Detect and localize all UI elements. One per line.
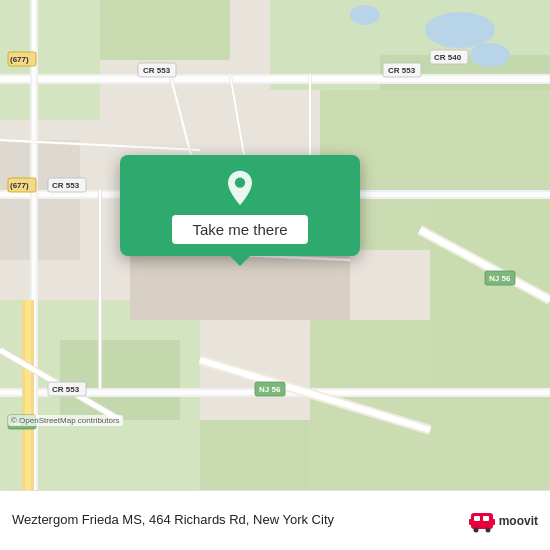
- svg-text:NJ 56: NJ 56: [489, 274, 511, 283]
- osm-attribution: © OpenStreetMap contributors: [8, 415, 123, 426]
- svg-rect-14: [430, 200, 550, 400]
- svg-point-6: [425, 12, 495, 48]
- svg-rect-70: [483, 516, 489, 521]
- svg-text:CR 540: CR 540: [434, 53, 462, 62]
- bottom-bar: Weztergom Frieda MS, 464 Richards Rd, Ne…: [0, 490, 550, 550]
- address-label: Weztergom Frieda MS, 464 Richards Rd, Ne…: [12, 512, 469, 529]
- svg-rect-73: [469, 519, 472, 525]
- svg-text:CR 553: CR 553: [143, 66, 171, 75]
- svg-text:CR 553: CR 553: [52, 385, 80, 394]
- svg-rect-2: [100, 0, 230, 60]
- moovit-logo: M moovit: [469, 507, 538, 535]
- svg-point-8: [350, 5, 380, 25]
- svg-point-67: [235, 178, 245, 188]
- svg-rect-32: [25, 300, 31, 490]
- svg-rect-18: [0, 76, 550, 82]
- svg-point-7: [470, 43, 510, 67]
- svg-text:CR 553: CR 553: [52, 181, 80, 190]
- svg-text:(677): (677): [10, 181, 29, 190]
- svg-rect-74: [492, 519, 495, 525]
- map-container: CR 553 CR 553 CR 540 (677) (677) CR 553 …: [0, 0, 550, 490]
- moovit-text-label: moovit: [499, 514, 538, 528]
- svg-rect-16: [0, 140, 80, 260]
- location-pin-icon: [222, 169, 258, 205]
- svg-text:CR 553: CR 553: [388, 66, 416, 75]
- svg-text:M: M: [475, 519, 480, 525]
- moovit-bus-icon: M: [469, 507, 497, 535]
- take-me-there-button[interactable]: Take me there: [172, 215, 307, 244]
- svg-text:(677): (677): [10, 55, 29, 64]
- svg-rect-10: [60, 340, 180, 420]
- svg-point-71: [473, 527, 478, 532]
- popup-card: Take me there: [120, 155, 360, 256]
- svg-point-72: [485, 527, 490, 532]
- svg-text:NJ 56: NJ 56: [259, 385, 281, 394]
